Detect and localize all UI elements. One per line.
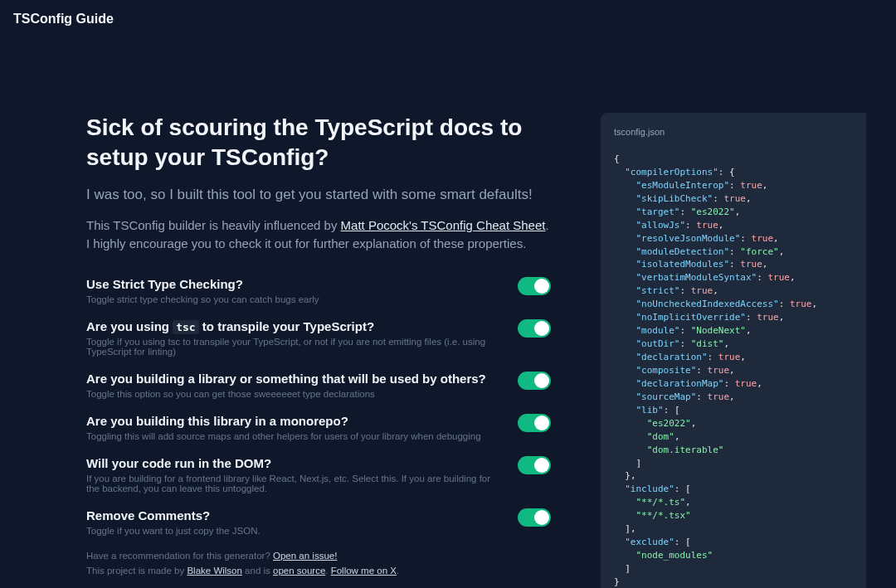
toggle-tsc[interactable] [518, 319, 551, 338]
cheat-sheet-link[interactable]: Matt Pocock's TSConfig Cheat Sheet [341, 218, 546, 232]
option-desc: Toggling this will add source maps and o… [86, 431, 501, 441]
option-desc: Toggle strict type checking so you can c… [86, 294, 501, 304]
app-header: TSConfig Guide [0, 0, 896, 38]
main-container: Sick of scouring the TypeScript docs to … [0, 38, 896, 588]
option-title: Are you building a library or something … [86, 372, 501, 386]
option-title: Use Strict Type Checking? [86, 277, 501, 291]
left-panel: Sick of scouring the TypeScript docs to … [86, 113, 551, 588]
toggle-strict[interactable] [518, 277, 551, 295]
code-panel: tsconfig.json { "compilerOptions": { "es… [601, 113, 866, 588]
option-title: Remove Comments? [86, 508, 501, 522]
option-tsc: Are you using tsc to transpile your Type… [86, 319, 551, 357]
author-link[interactable]: Blake Wilson [187, 566, 241, 576]
hero-description: This TSConfig builder is heavily influen… [86, 216, 551, 254]
filename-label: tsconfig.json [614, 126, 853, 139]
option-desc: If you are building for a frontend libra… [86, 474, 501, 493]
code-output: { "compilerOptions": { "esModuleInterop"… [614, 153, 853, 588]
hero-title: Sick of scouring the TypeScript docs to … [86, 113, 551, 173]
hero-subtitle: I was too, so I built this tool to get y… [86, 187, 551, 203]
option-monorepo: Are you building this library in a monor… [86, 414, 551, 441]
option-desc: Toggle this option so you can get those … [86, 389, 501, 399]
follow-x-link[interactable]: Follow me on X [331, 566, 397, 576]
open-source-link[interactable]: open source [273, 566, 325, 576]
option-desc: Toggle if you want to just copy the JSON… [86, 526, 501, 536]
option-title: Are you using tsc to transpile your Type… [86, 319, 501, 333]
option-comments: Remove Comments? Toggle if you want to j… [86, 508, 551, 536]
open-issue-link[interactable]: Open an issue! [273, 551, 337, 561]
toggle-dom[interactable] [518, 456, 551, 474]
option-title: Are you building this library in a monor… [86, 414, 501, 428]
option-desc: Toggle if you using tsc to transpile you… [86, 337, 501, 357]
footer-credits: This project is made by Blake Wilson and… [86, 566, 551, 576]
footer-recommendation: Have a recommendation for this generator… [86, 551, 551, 561]
option-library: Are you building a library or something … [86, 372, 551, 399]
option-title: Will your code run in the DOM? [86, 456, 501, 470]
option-strict: Use Strict Type Checking? Toggle strict … [86, 277, 551, 304]
app-title: TSConfig Guide [13, 12, 114, 26]
option-dom: Will your code run in the DOM? If you ar… [86, 456, 551, 493]
toggle-monorepo[interactable] [518, 414, 551, 432]
toggle-comments[interactable] [518, 508, 551, 527]
toggle-library[interactable] [518, 372, 551, 390]
